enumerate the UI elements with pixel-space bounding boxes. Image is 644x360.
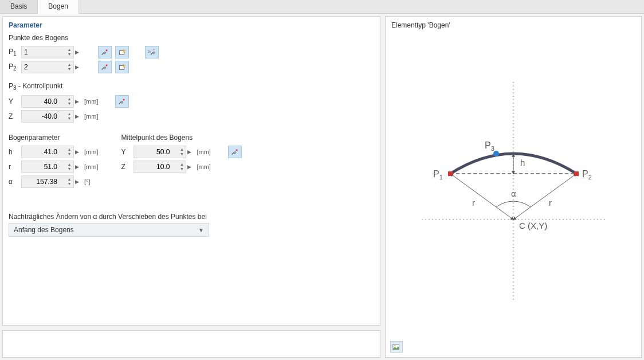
svg-text:h: h — [520, 158, 525, 167]
mz-menu[interactable]: ▶ — [187, 164, 193, 170]
shift-label: Nachträgliches Ändern von α durch Versch… — [9, 213, 374, 221]
a-spin-up[interactable]: ▲ — [66, 177, 72, 182]
svg-text:r: r — [472, 198, 475, 208]
preview-panel: Elementtyp 'Bogen' — [385, 16, 642, 358]
my-field[interactable]: ▲▼ — [133, 146, 186, 158]
h-menu[interactable]: ▶ — [75, 149, 81, 155]
shift-value: Anfang des Bogens — [14, 226, 74, 234]
y-pick-icon[interactable] — [115, 95, 129, 108]
h-unit: [mm] — [84, 148, 98, 155]
panel-title: Parameter — [9, 21, 374, 29]
my-input[interactable] — [136, 148, 170, 156]
z-menu[interactable]: ▶ — [75, 114, 81, 119]
p1-pick-icon[interactable] — [98, 46, 112, 58]
tab-bogen[interactable]: Bogen — [38, 0, 79, 14]
p2-spin-up[interactable]: ▲ — [66, 62, 72, 67]
p1-new-icon[interactable] — [115, 46, 129, 58]
p2-menu[interactable]: ▶ — [75, 64, 81, 70]
r-label: r — [9, 163, 21, 171]
preview-canvas: h r r α P1 P2 P3 C ( — [391, 29, 635, 353]
tab-basis[interactable]: Basis — [0, 0, 38, 13]
bogen-section-title: Bogenparameter — [9, 134, 98, 142]
a-field[interactable]: ▲▼ — [21, 175, 74, 188]
p2-new-icon[interactable] — [115, 61, 129, 73]
shift-dropdown[interactable]: Anfang des Bogens ▼ — [9, 223, 209, 237]
r-spin-up[interactable]: ▲ — [66, 162, 72, 167]
tab-bar: Basis Bogen — [0, 0, 644, 14]
svg-rect-14 — [574, 171, 579, 176]
r-spin-down[interactable]: ▼ — [66, 167, 72, 171]
r-unit: [mm] — [84, 163, 98, 170]
p1-input[interactable] — [24, 48, 57, 56]
my-spin-down[interactable]: ▼ — [179, 152, 184, 156]
a-input[interactable] — [24, 178, 57, 186]
svg-text:P2: P2 — [582, 169, 592, 181]
p1-spin-up[interactable]: ▲ — [66, 48, 72, 52]
chevron-down-icon: ▼ — [198, 227, 204, 233]
mz-field[interactable]: ▲▼ — [133, 161, 186, 173]
svg-rect-13 — [448, 171, 453, 176]
svg-point-21 — [394, 345, 396, 347]
mitte-section-title: Mittelpunkt des Bogens — [121, 134, 241, 142]
r-input[interactable] — [24, 163, 57, 171]
p1-spin-down[interactable]: ▼ — [66, 52, 72, 57]
svg-text:P1: P1 — [433, 169, 443, 181]
y-field[interactable]: ▲▼ — [21, 95, 74, 108]
mz-spin-up[interactable]: ▲ — [179, 162, 184, 167]
h-input[interactable] — [24, 148, 57, 156]
z-spin-down[interactable]: ▼ — [66, 116, 72, 121]
z-field[interactable]: ▲▼ — [21, 110, 74, 123]
points-section-title: Punkte des Bogens — [9, 34, 374, 42]
h-spin-up[interactable]: ▲ — [66, 147, 72, 152]
a-spin-down[interactable]: ▼ — [66, 182, 72, 186]
y-spin-up[interactable]: ▲ — [66, 97, 72, 101]
p1-field[interactable]: ▲ ▼ — [21, 46, 74, 58]
p3-section-title: P3 - Kontrollpunkt — [9, 82, 374, 91]
p2-input[interactable] — [24, 63, 57, 71]
my-unit: [mm] — [197, 148, 210, 155]
mz-unit: [mm] — [197, 163, 210, 170]
export-image-icon[interactable] — [390, 341, 403, 353]
p2-label: P2 — [9, 62, 21, 72]
my-pick-icon[interactable] — [228, 146, 242, 158]
my-label: Y — [121, 148, 133, 156]
svg-line-9 — [513, 174, 576, 220]
a-menu[interactable]: ▶ — [75, 179, 81, 185]
y-label: Y — [9, 97, 21, 105]
parameter-panel: Parameter Punkte des Bogens P1 ▲ ▼ ▶ — [2, 16, 380, 326]
p2-field[interactable]: ▲ ▼ — [21, 61, 74, 73]
p2-pick-icon[interactable] — [98, 61, 112, 73]
arc-diagram: h r r α P1 P2 P3 C ( — [399, 48, 628, 334]
z-spin-up[interactable]: ▲ — [66, 112, 72, 116]
mz-spin-down[interactable]: ▼ — [179, 167, 184, 171]
p1-multi-pick-icon[interactable]: 2x — [145, 46, 159, 58]
svg-text:r: r — [549, 198, 552, 208]
mz-label: Z — [121, 163, 133, 171]
y-unit: [mm] — [84, 98, 98, 105]
z-input[interactable] — [24, 112, 57, 120]
a-label: α — [9, 178, 21, 186]
svg-text:α: α — [511, 189, 516, 198]
my-menu[interactable]: ▶ — [187, 149, 193, 155]
h-label: h — [9, 148, 21, 156]
h-spin-down[interactable]: ▼ — [66, 152, 72, 156]
r-field[interactable]: ▲▼ — [21, 161, 74, 173]
svg-line-8 — [450, 174, 513, 220]
svg-text:2x: 2x — [148, 50, 151, 53]
svg-text:P3: P3 — [485, 140, 494, 152]
p2-spin-down[interactable]: ▼ — [66, 67, 72, 72]
p1-menu[interactable]: ▶ — [75, 49, 81, 55]
p1-label: P1 — [9, 48, 21, 57]
y-menu[interactable]: ▶ — [75, 99, 81, 104]
z-unit: [mm] — [84, 113, 98, 120]
y-input[interactable] — [24, 97, 57, 105]
my-spin-up[interactable]: ▲ — [179, 147, 184, 152]
y-spin-down[interactable]: ▼ — [66, 101, 72, 106]
z-label: Z — [9, 112, 21, 120]
svg-text:C (X,Y): C (X,Y) — [519, 221, 547, 230]
h-field[interactable]: ▲▼ — [21, 146, 74, 158]
a-unit: [°] — [84, 178, 91, 185]
mz-input[interactable] — [136, 163, 170, 171]
footer-panel — [2, 330, 380, 358]
r-menu[interactable]: ▶ — [75, 164, 81, 170]
